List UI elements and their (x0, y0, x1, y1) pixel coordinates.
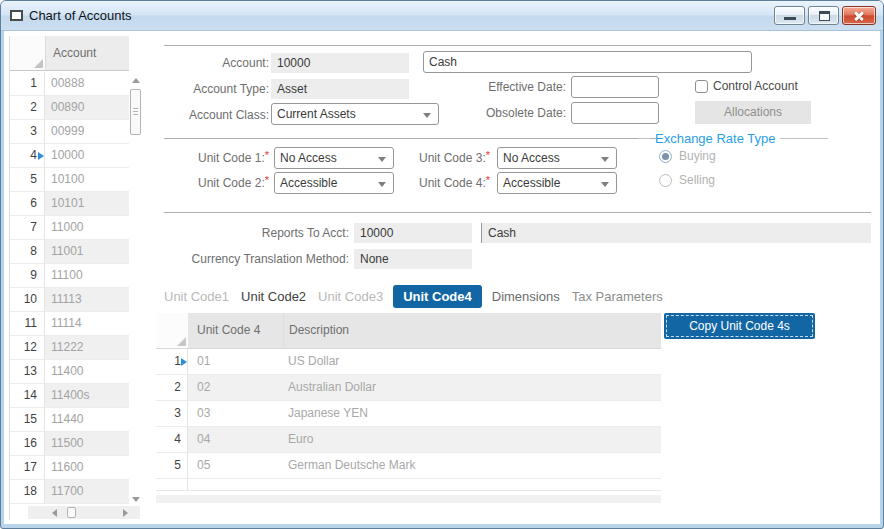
reports-to-acct-field[interactable]: 10000 (354, 223, 472, 243)
unit-code-cell[interactable]: 04 (188, 427, 283, 452)
description-cell[interactable]: Japanese YEN (283, 401, 661, 426)
account-row[interactable]: 1411400s (10, 384, 129, 408)
unit-code4-row[interactable]: 101US Dollar (156, 349, 661, 375)
account-cell[interactable]: 11001 (45, 240, 129, 263)
tab-unit-code3[interactable]: Unit Code3 (312, 285, 389, 308)
account-row-number: 5 (10, 168, 45, 191)
account-type-field[interactable]: Asset (271, 79, 409, 99)
titlebar[interactable]: Chart of Accounts (1, 1, 883, 31)
required-marker: * (486, 174, 490, 186)
account-field[interactable]: 10000 (271, 53, 409, 73)
tab-unit-code1[interactable]: Unit Code1 (158, 285, 235, 308)
account-row[interactable]: 1311400 (10, 360, 129, 384)
exchange-rate-type-legend: Exchange Rate Type (650, 131, 780, 146)
account-description-input[interactable]: Cash (423, 51, 752, 73)
account-row[interactable]: 1211222 (10, 336, 129, 360)
required-marker: * (265, 149, 269, 161)
unit-code4-label-text: Unit Code 4: (419, 176, 486, 190)
copy-unit-code-4s-button[interactable]: Copy Unit Code 4s (664, 313, 815, 339)
account-row-number: 15 (10, 408, 45, 431)
tab-bar: Unit Code1Unit Code2Unit Code3Unit Code4… (158, 284, 669, 308)
buying-radio[interactable] (659, 150, 672, 163)
account-row[interactable]: 610101 (10, 192, 129, 216)
obsolete-date-input[interactable] (571, 102, 659, 124)
account-row[interactable]: 1011113 (10, 288, 129, 312)
grid-scrollbar-track[interactable] (156, 495, 661, 503)
account-cell[interactable]: 11114 (45, 312, 129, 335)
scroll-down-icon[interactable] (132, 497, 140, 502)
account-row[interactable]: 811001 (10, 240, 129, 264)
unit-code-cell[interactable]: 02 (188, 375, 283, 400)
allocations-button[interactable]: Allocations (695, 101, 811, 124)
description-column-header[interactable]: Description (283, 313, 661, 349)
chevron-down-icon[interactable] (601, 157, 609, 162)
unit-code3-dropdown[interactable]: No Access (497, 147, 617, 169)
reports-to-acct-description-field[interactable]: Cash (481, 223, 871, 243)
separator (164, 138, 661, 139)
account-cell[interactable]: 11100 (45, 264, 129, 287)
horizontal-scrollbar[interactable] (28, 506, 140, 519)
account-cell[interactable]: 10101 (45, 192, 129, 215)
chevron-down-icon[interactable] (601, 182, 609, 187)
tab-tax-parameters[interactable]: Tax Parameters (566, 285, 669, 308)
effective-date-input[interactable] (571, 76, 659, 98)
unit-code-cell[interactable]: 01 (188, 349, 283, 374)
account-row-number: 1 (10, 72, 45, 95)
account-row[interactable]: 1611500 (10, 432, 129, 456)
chevron-down-icon[interactable] (423, 113, 431, 118)
account-cell[interactable]: 11700 (45, 480, 129, 503)
unit-code4-row[interactable]: 505German Deutsche Mark (156, 453, 661, 479)
description-cell[interactable]: German Deutsche Mark (283, 453, 661, 478)
control-account-checkbox[interactable] (695, 80, 708, 93)
account-cell[interactable]: 11400 (45, 360, 129, 383)
unit-code4-column-header[interactable]: Unit Code 4 (188, 313, 283, 349)
scroll-thumb[interactable] (67, 507, 76, 518)
unit-code4-row[interactable]: 303Japanese YEN (156, 401, 661, 427)
unit-code4-row[interactable]: 404Euro (156, 427, 661, 453)
account-cell[interactable]: 11600 (45, 456, 129, 479)
unit-code4-row[interactable]: 202Australian Dollar (156, 375, 661, 401)
minimize-button[interactable] (774, 6, 805, 25)
account-row[interactable]: 711000 (10, 216, 129, 240)
selected-row-arrow-icon (38, 152, 44, 160)
account-cell[interactable]: 11222 (45, 336, 129, 359)
account-cell[interactable]: 11440 (45, 408, 129, 431)
minimize-icon (784, 17, 796, 20)
unit-code1-label: Unit Code 1:* (84, 148, 269, 168)
corner-triangle-icon (34, 59, 43, 68)
restore-button[interactable] (808, 6, 839, 25)
tab-dimensions[interactable]: Dimensions (486, 285, 566, 308)
account-row-number: 10 (10, 288, 45, 311)
account-cell[interactable]: 11400s (45, 384, 129, 407)
account-cell[interactable]: 11000 (45, 216, 129, 239)
account-row[interactable]: 1711600 (10, 456, 129, 480)
account-class-dropdown[interactable]: Current Assets (271, 103, 439, 125)
account-row-number: 9 (10, 264, 45, 287)
unit-code-cell[interactable]: 05 (188, 453, 283, 478)
account-row[interactable]: 911100 (10, 264, 129, 288)
tab-unit-code4[interactable]: Unit Code4 (393, 285, 482, 308)
separator (164, 45, 871, 46)
vertical-scrollbar[interactable] (129, 72, 143, 504)
unit-code3-value: No Access (503, 151, 560, 165)
account-row[interactable]: 1511440 (10, 408, 129, 432)
scroll-left-icon[interactable] (52, 509, 57, 517)
description-cell[interactable]: US Dollar (283, 349, 661, 374)
selling-radio[interactable] (659, 174, 672, 187)
reports-to-acct-label: Reports To Acct: (124, 223, 349, 243)
description-cell[interactable]: Euro (283, 427, 661, 452)
grid-corner-cell[interactable] (156, 313, 188, 349)
account-type-label: Account Type: (84, 79, 269, 99)
account-row[interactable]: 1111114 (10, 312, 129, 336)
unit-code-cell[interactable]: 03 (188, 401, 283, 426)
tab-unit-code2[interactable]: Unit Code2 (235, 285, 312, 308)
scroll-right-icon[interactable] (123, 509, 128, 517)
grid-corner-cell[interactable] (10, 36, 45, 71)
account-cell[interactable]: 11113 (45, 288, 129, 311)
unit-code4-dropdown[interactable]: Accessible (497, 172, 617, 194)
account-row[interactable]: 1811700 (10, 480, 129, 504)
description-cell[interactable]: Australian Dollar (283, 375, 661, 400)
currency-translation-method-field[interactable]: None (354, 249, 472, 269)
account-cell[interactable]: 11500 (45, 432, 129, 455)
close-button[interactable] (842, 6, 876, 25)
